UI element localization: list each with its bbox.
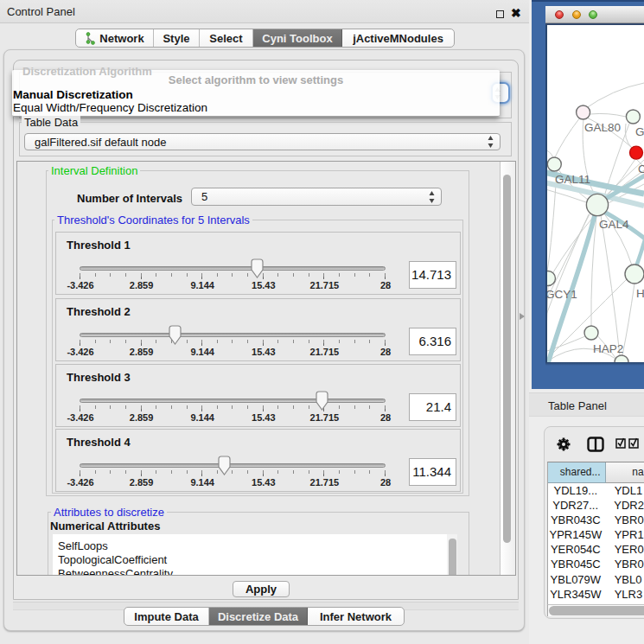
svg-text:C: C (638, 163, 644, 175)
svg-text:HAP2: HAP2 (593, 342, 623, 355)
svg-text:GCY1: GCY1 (545, 288, 577, 301)
svg-text:GAL80: GAL80 (584, 121, 621, 134)
svg-text:G: G (635, 125, 644, 138)
svg-text:GAL11: GAL11 (555, 173, 590, 186)
svg-text:GAL4: GAL4 (599, 218, 629, 231)
svg-text:H: H (636, 287, 644, 300)
